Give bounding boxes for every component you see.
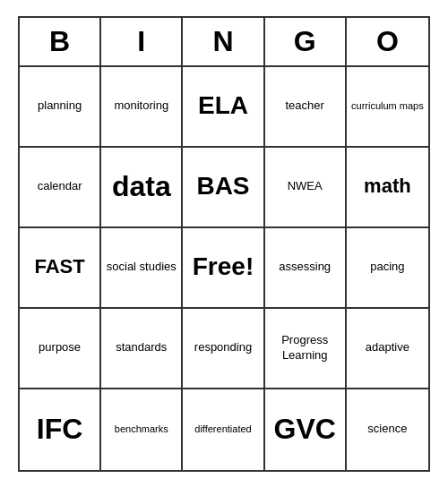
cell-text-9: math — [364, 174, 411, 200]
header-letter-b: B — [20, 18, 101, 65]
bingo-cell-5: calendar — [20, 148, 101, 228]
cell-text-22: differentiated — [194, 423, 251, 435]
bingo-cell-17: responding — [183, 309, 264, 389]
cell-text-18: Progress Learning — [269, 333, 341, 363]
bingo-cell-0: planning — [20, 67, 101, 148]
bingo-cell-18: Progress Learning — [265, 309, 347, 389]
bingo-cell-7: BAS — [183, 148, 264, 228]
cell-text-20: IFC — [37, 411, 83, 449]
header-letter-o: O — [347, 18, 428, 65]
bingo-cell-9: math — [347, 148, 428, 228]
bingo-cell-14: pacing — [347, 228, 428, 309]
cell-text-15: purpose — [39, 340, 81, 355]
bingo-cell-2: ELA — [183, 67, 264, 148]
bingo-cell-6: data — [101, 148, 183, 228]
cell-text-3: teacher — [286, 98, 324, 114]
bingo-cell-16: standards — [101, 309, 183, 389]
cell-text-8: NWEA — [288, 179, 323, 194]
bingo-cell-3: teacher — [265, 67, 347, 148]
cell-text-16: standards — [116, 340, 167, 355]
bingo-grid: planningmonitoringELAteachercurriculum m… — [20, 67, 428, 470]
bingo-cell-19: adaptive — [347, 309, 428, 389]
cell-text-4: curriculum maps — [351, 99, 424, 112]
bingo-cell-23: GVC — [265, 389, 347, 470]
bingo-cell-10: FAST — [20, 228, 101, 309]
bingo-cell-1: monitoring — [101, 67, 183, 148]
cell-text-13: assessing — [279, 260, 331, 275]
cell-text-0: planning — [38, 98, 82, 114]
cell-text-1: monitoring — [114, 98, 168, 114]
bingo-cell-4: curriculum maps — [347, 67, 428, 148]
bingo-cell-22: differentiated — [183, 389, 264, 470]
cell-text-12: Free! — [193, 251, 254, 283]
cell-text-7: BAS — [196, 170, 249, 202]
bingo-cell-20: IFC — [20, 389, 101, 470]
cell-text-24: science — [367, 422, 407, 437]
cell-text-2: ELA — [198, 90, 248, 122]
cell-text-17: responding — [194, 340, 252, 355]
header-letter-n: N — [183, 18, 264, 65]
bingo-cell-12: Free! — [183, 228, 264, 309]
cell-text-14: pacing — [370, 260, 404, 275]
cell-text-5: calendar — [38, 179, 82, 194]
cell-text-6: data — [112, 168, 171, 206]
bingo-cell-21: benchmarks — [101, 389, 183, 470]
cell-text-11: social studies — [107, 260, 177, 275]
header-letter-g: G — [265, 18, 347, 65]
cell-text-21: benchmarks — [115, 423, 168, 435]
cell-text-23: GVC — [274, 411, 336, 449]
bingo-header: BINGO — [20, 18, 428, 67]
bingo-cell-8: NWEA — [265, 148, 347, 228]
bingo-cell-15: purpose — [20, 309, 101, 389]
bingo-cell-11: social studies — [101, 228, 183, 309]
cell-text-10: FAST — [34, 254, 84, 280]
cell-text-19: adaptive — [366, 340, 409, 355]
bingo-card: BINGO planningmonitoringELAteachercurric… — [18, 16, 430, 472]
bingo-cell-24: science — [347, 389, 428, 470]
header-letter-i: I — [101, 18, 183, 65]
bingo-cell-13: assessing — [265, 228, 347, 309]
